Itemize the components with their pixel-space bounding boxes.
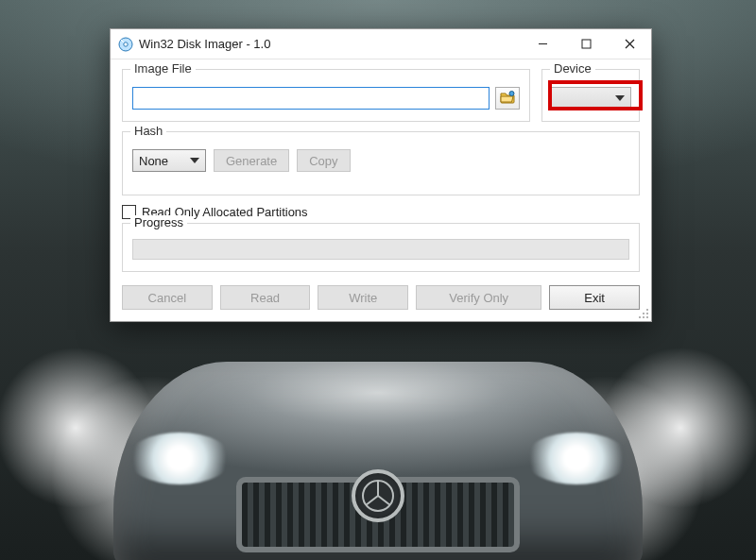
browse-button[interactable] bbox=[495, 87, 520, 110]
svg-point-8 bbox=[646, 309, 648, 311]
folder-open-icon bbox=[500, 91, 515, 107]
maximize-button[interactable] bbox=[564, 29, 608, 59]
device-combo[interactable] bbox=[550, 87, 631, 110]
button-row: Cancel Read Write Verify Only Exit bbox=[122, 285, 640, 310]
hash-selected: None bbox=[139, 154, 168, 168]
minimize-button[interactable] bbox=[521, 29, 564, 59]
svg-point-13 bbox=[639, 316, 641, 318]
close-button[interactable] bbox=[608, 29, 651, 59]
svg-point-2 bbox=[124, 42, 128, 45]
exit-button[interactable]: Exit bbox=[549, 285, 640, 310]
progress-group: Progress bbox=[122, 223, 640, 272]
wallpaper-car bbox=[113, 362, 643, 560]
hash-group: Hash None Generate Copy bbox=[122, 131, 640, 195]
write-button: Write bbox=[318, 285, 408, 310]
svg-point-7 bbox=[509, 91, 514, 95]
titlebar[interactable]: Win32 Disk Imager - 1.0 bbox=[111, 29, 651, 59]
chevron-down-icon bbox=[190, 158, 199, 163]
verify-only-button: Verify Only bbox=[416, 285, 541, 310]
read-only-row[interactable]: Read Only Allocated Partitions bbox=[122, 205, 640, 219]
device-legend: Device bbox=[550, 61, 595, 76]
device-group: Device bbox=[541, 69, 640, 122]
svg-rect-4 bbox=[582, 40, 591, 48]
cancel-button: Cancel bbox=[122, 285, 213, 310]
window-title: Win32 Disk Imager - 1.0 bbox=[139, 37, 521, 51]
read-button: Read bbox=[220, 285, 311, 310]
generate-button: Generate bbox=[214, 149, 289, 172]
disc-app-icon bbox=[118, 37, 133, 52]
svg-point-12 bbox=[643, 316, 644, 318]
chevron-down-icon bbox=[615, 95, 625, 101]
image-file-group: Image File bbox=[122, 69, 530, 122]
hash-algo-select[interactable]: None bbox=[132, 149, 206, 172]
svg-point-11 bbox=[646, 316, 648, 318]
progress-bar bbox=[132, 239, 629, 260]
svg-point-10 bbox=[643, 313, 644, 314]
svg-point-9 bbox=[646, 313, 648, 314]
resize-grip[interactable] bbox=[638, 308, 649, 319]
image-file-input[interactable] bbox=[132, 87, 490, 110]
image-file-legend: Image File bbox=[130, 61, 196, 76]
app-window: Win32 Disk Imager - 1.0 Image File bbox=[110, 28, 652, 322]
hash-legend: Hash bbox=[130, 124, 166, 138]
progress-legend: Progress bbox=[130, 215, 187, 229]
copy-button: Copy bbox=[297, 149, 350, 172]
